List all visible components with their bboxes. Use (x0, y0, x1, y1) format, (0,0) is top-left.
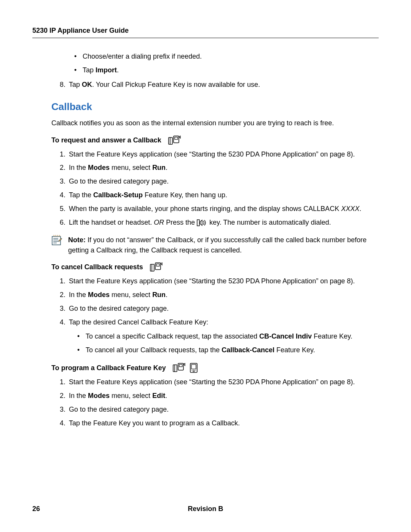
section-intro: Callback notifies you as soon as the int… (51, 118, 367, 129)
text-bold: Modes (88, 392, 110, 399)
svg-rect-17 (179, 364, 182, 367)
svg-rect-10 (150, 264, 154, 271)
request-steps: Start the Feature Keys application (see … (51, 149, 367, 228)
text-bold: Edit (152, 392, 165, 399)
list-item: Start the Feature Keys application (see … (67, 276, 367, 287)
section-heading-callback: Callback (51, 101, 367, 113)
continuation-step: Tap OK. Your Call Pickup Feature Key is … (51, 80, 367, 90)
text: . (165, 392, 167, 399)
text-bold: Modes (88, 291, 110, 299)
text: . (117, 66, 119, 74)
pda-phone-icon (173, 363, 186, 373)
list-item: In the Modes menu, select Run. (67, 163, 367, 173)
cancel-steps: Start the Feature Keys application (see … (51, 276, 367, 356)
speaker-key-icon (197, 219, 207, 227)
svg-rect-19 (191, 364, 196, 369)
sub-heading-program: To program a Callback Feature Key (51, 363, 367, 373)
sub-heading-label: To cancel Callback requests (51, 263, 143, 271)
text: In the (69, 392, 88, 399)
pda-icon (190, 363, 198, 373)
note-block: Note: If you do not “answer” the Callbac… (51, 235, 367, 256)
svg-rect-4 (197, 220, 199, 226)
svg-rect-14 (173, 365, 177, 372)
text-bold: Run (152, 291, 166, 299)
text: To cancel all your Callback requests, ta… (86, 346, 221, 354)
list-item: Choose/enter a dialing prefix if needed. (74, 51, 367, 62)
running-header: 5230 IP Appliance User Guide (32, 27, 379, 38)
svg-rect-3 (175, 137, 178, 139)
text: In the (69, 164, 88, 171)
text: . Your Call Pickup Feature Key is now av… (92, 81, 260, 88)
text: When the party is available, your phone … (69, 205, 341, 212)
sub-heading-label: To request and answer a Callback (51, 136, 161, 144)
svg-point-22 (195, 370, 196, 371)
page-footer: 26 Revision B (32, 505, 379, 513)
note-label: Note: (68, 236, 86, 244)
text-bold: Run (152, 164, 166, 171)
text-bold: Callback-Cancel (221, 346, 274, 354)
text: Feature Key. (274, 346, 315, 354)
list-item: Start the Feature Keys application (see … (67, 149, 367, 160)
list-item: Tap Import. (74, 65, 367, 76)
text: key. The number is automatically dialed. (209, 219, 331, 226)
page-content: Choose/enter a dialing prefix if needed.… (32, 51, 379, 429)
text: Tap the (69, 191, 93, 199)
text: Press the (164, 219, 197, 226)
text: . (166, 291, 167, 299)
list-item: Go to the desired category page. (67, 404, 367, 415)
pda-phone-icon (150, 262, 163, 272)
text: Tap the desired Cancel Callback Feature … (69, 318, 208, 326)
document-page: 5230 IP Appliance User Guide Choose/ente… (0, 0, 411, 532)
text: menu, select (110, 291, 152, 299)
text: In the (69, 291, 88, 299)
list-item: Lift the handset or headset. OR Press th… (67, 217, 367, 228)
text-bold: Callback-Setup (93, 191, 143, 199)
svg-point-20 (193, 370, 194, 372)
list-item: Start the Feature Keys application (see … (67, 377, 367, 388)
program-steps: Start the Feature Keys application (see … (51, 377, 367, 429)
text-bold: Modes (88, 164, 110, 171)
list-item: In the Modes menu, select Edit. (67, 391, 367, 401)
pda-phone-icon (168, 136, 181, 145)
text-bold: OK (82, 81, 92, 88)
text: If you do not “answer” the Callback, or … (68, 236, 366, 254)
list-item: Tap the Callback-Setup Feature Key, then… (67, 190, 367, 201)
list-item: When the party is available, your phone … (67, 204, 367, 214)
text: To cancel a specific Callback request, t… (86, 332, 259, 340)
list-item: To cancel all your Callback requests, ta… (77, 345, 367, 356)
text: Tap (83, 66, 96, 74)
note-icon (51, 235, 63, 246)
text-bold: Import (96, 66, 117, 74)
text: Feature Key, then hang up. (143, 191, 227, 199)
list-item: Tap the desired Cancel Callback Feature … (67, 317, 367, 356)
svg-point-21 (191, 370, 192, 371)
text-bold: CB-Cancel Indiv (259, 332, 312, 340)
list-item: Tap the Feature Key you want to program … (67, 418, 367, 429)
intro-bullets: Choose/enter a dialing prefix if needed.… (74, 51, 367, 76)
revision-label: Revision B (32, 505, 379, 513)
text: Lift the handset or headset. (69, 219, 154, 226)
text-italic: OR (154, 219, 164, 226)
list-item: Go to the desired category page. (67, 176, 367, 187)
text: . (166, 164, 167, 171)
sub-heading-label: To program a Callback Feature Key (51, 364, 166, 372)
sub-heading-cancel: To cancel Callback requests (51, 262, 367, 272)
list-item: Go to the desired category page. (67, 304, 367, 314)
text: menu, select (110, 392, 152, 399)
cancel-sub-bullets: To cancel a specific Callback request, t… (77, 331, 367, 356)
text: Feature Key. (312, 332, 352, 340)
text: . (359, 205, 361, 212)
svg-rect-0 (169, 137, 172, 144)
text-italic: XXXX (341, 205, 359, 212)
sub-heading-request: To request and answer a Callback (51, 136, 367, 145)
note-text: Note: If you do not “answer” the Callbac… (68, 235, 367, 256)
text: menu, select (110, 164, 152, 171)
list-item: To cancel a specific Callback request, t… (77, 331, 367, 342)
list-item: In the Modes menu, select Run. (67, 290, 367, 300)
svg-rect-13 (156, 264, 159, 266)
list-item: Tap OK. Your Call Pickup Feature Key is … (67, 80, 367, 90)
text: Tap (69, 81, 82, 88)
